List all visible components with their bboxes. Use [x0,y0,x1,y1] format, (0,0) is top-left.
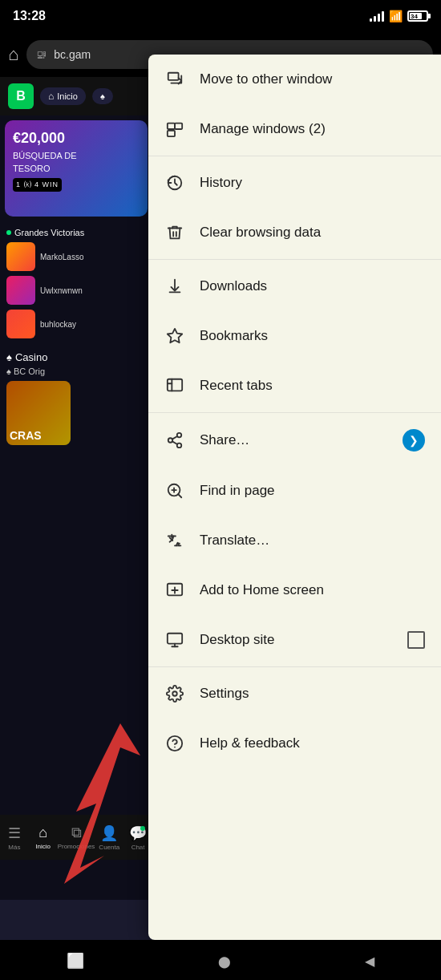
player-name-3: buhlockay [40,320,76,329]
recent-tabs-label: Recent tabs [200,378,425,394]
victories-section: Grandes Victorias MarkoLasso Uwlxnwnwn b… [0,221,152,346]
help-feedback-label: Help & feedback [200,735,425,751]
banner-line2: TESORO [13,164,140,173]
svg-rect-3 [168,124,175,129]
spin-badge: 1 ⒦ 4 WIN [13,178,62,192]
victory-item-1: MarkoLasso [6,242,146,271]
site-banner: €20,000 BÚSQUEDA DE TESORO 1 ⒦ 4 WIN [5,120,148,217]
telegram-badge: ❯ [403,429,425,452]
find-icon [164,480,185,501]
victories-title: Grandes Victorias [6,228,146,237]
svg-marker-7 [168,329,182,342]
casino-game-thumb: CRAS [6,381,71,445]
bookmarks-label: Bookmarks [200,328,425,344]
victory-item-3: buhlockay [6,310,146,338]
status-icons: 📶 34 [370,10,428,22]
trash-icon [164,222,185,243]
svg-line-12 [172,441,177,444]
downloads-label: Downloads [200,278,425,294]
find-in-page-label: Find in page [200,483,425,499]
spade-nav-btn[interactable]: ♠ [92,88,113,104]
add-home-item[interactable]: Add to Home screen [148,565,441,615]
desktop-icon [164,630,185,650]
home-icon[interactable]: ⌂ [8,44,18,65]
site-nav: B ⌂ Inicio ♠ [0,77,152,115]
settings-icon [164,683,185,704]
inicio-nav-btn[interactable]: ⌂ Inicio [40,87,86,105]
game-thumb-3 [6,310,35,338]
history-item[interactable]: History [148,158,441,208]
clear-browsing-label: Clear browsing data [200,225,425,241]
desktop-site-checkbox[interactable] [407,631,425,649]
recent-tabs-item[interactable]: Recent tabs [148,361,441,411]
translate-icon [164,530,185,551]
manage-windows-item[interactable]: Manage windows (2) [148,104,441,154]
manage-windows-icon [164,119,185,140]
game-thumb-2 [6,276,35,305]
bookmarks-item[interactable]: Bookmarks [148,311,441,361]
casino-title: ♠ Casino [6,351,146,363]
svg-line-15 [178,494,181,497]
mas-nav-item[interactable]: ☰ Más [0,821,29,854]
star-icon [164,326,185,346]
site-logo: B [8,83,34,109]
status-time: 13:28 [13,9,46,23]
clear-browsing-item[interactable]: Clear browsing data [148,208,441,257]
desktop-site-label: Desktop site [200,632,393,648]
svg-rect-8 [168,379,182,391]
share-label: Share… [200,432,388,448]
history-icon [164,172,185,193]
battery-icon: 34 [407,10,428,22]
status-bar: 13:28 📶 34 [0,0,441,32]
manage-windows-label: Manage windows (2) [200,121,425,137]
url-text: bc.gam [54,48,91,61]
promociones-nav-item[interactable]: ⧉ Promociones [58,821,95,853]
url-secure-icon: 🖳 [36,48,47,61]
help-icon [164,733,185,754]
move-window-label: Move to other window [200,71,425,87]
divider-3 [148,412,441,413]
wifi-icon: 📶 [389,10,403,22]
find-in-page-item[interactable]: Find in page [148,466,441,516]
svg-rect-4 [175,124,182,129]
player-name-2: Uwlxnwnwn [40,286,83,295]
recent-tabs-icon [164,375,185,396]
site-bottom-nav: ☰ Más ⌂ Inicio ⧉ Promociones 👤 Cuenta 💬 … [0,815,152,860]
desktop-site-item[interactable]: Desktop site [148,615,441,665]
banner-line1: BÚSQUEDA DE [13,151,140,160]
divider-1 [148,156,441,156]
victory-item-2: Uwlxnwnwn [6,276,146,305]
help-feedback-item[interactable]: Help & feedback [148,719,441,768]
inicio-bottom-nav-item[interactable]: ⌂ Inicio [29,821,58,853]
back-button[interactable] [365,951,374,970]
translate-label: Translate… [200,533,425,549]
live-dot [6,230,11,235]
casino-section: ♠ Casino ♠ BC Orig CRAS [0,346,152,450]
share-icon [164,430,185,451]
add-home-label: Add to Home screen [200,582,425,598]
banner-amount: €20,000 [13,130,140,148]
signal-icon [370,10,384,22]
svg-line-13 [172,436,177,439]
svg-rect-19 [168,634,182,644]
share-item[interactable]: Share… ❯ [148,415,441,466]
chat-notification-dot [140,826,145,831]
svg-point-22 [172,691,177,696]
download-icon [164,276,185,297]
game-thumb-1 [6,242,35,271]
move-window-icon [164,69,185,90]
website-background: B ⌂ Inicio ♠ €20,000 BÚSQUEDA DE TESORO … [0,77,152,900]
casino-subtitle: ♠ BC Orig [6,366,146,376]
browser-menu: Move to other window Manage windows (2) … [148,55,441,940]
settings-item[interactable]: Settings [148,669,441,719]
history-label: History [200,175,425,191]
add-home-icon [164,580,185,601]
cuenta-nav-item[interactable]: 👤 Cuenta [95,821,123,854]
recent-apps-button[interactable] [67,951,84,970]
divider-4 [148,666,441,667]
translate-item[interactable]: Translate… [148,516,441,565]
home-button[interactable] [218,951,231,970]
move-to-other-window-item[interactable]: Move to other window [148,55,441,104]
divider-2 [148,259,441,260]
downloads-item[interactable]: Downloads [148,261,441,311]
